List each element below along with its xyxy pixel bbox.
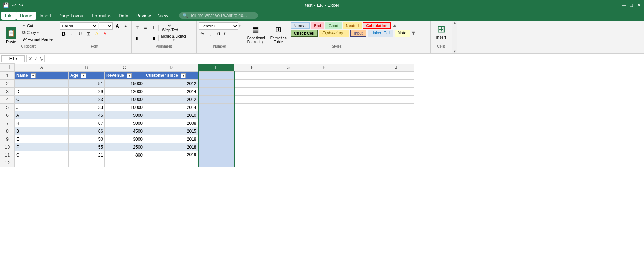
format-table-button[interactable]: ⊞ Format as Table <box>269 22 288 45</box>
align-middle-icon[interactable]: ≡ <box>142 24 149 31</box>
cell-d8[interactable]: 2015 <box>144 127 198 135</box>
cell-h4[interactable] <box>306 96 342 104</box>
col-header-f[interactable]: F <box>234 64 270 72</box>
cell-h2[interactable] <box>306 80 342 88</box>
cell-e5[interactable] <box>198 104 234 111</box>
cell-i4[interactable] <box>342 96 378 104</box>
row-header-9[interactable]: 9 <box>0 135 15 143</box>
menu-item-page-layout[interactable]: Page Layout <box>55 12 88 20</box>
revenue-filter-btn[interactable]: ▾ <box>127 73 132 78</box>
cell-i2[interactable] <box>342 80 378 88</box>
decrease-decimal-icon[interactable]: 0. <box>222 30 230 38</box>
cell-b7[interactable]: 67 <box>69 119 105 127</box>
cell-j1[interactable] <box>378 72 414 80</box>
cell-j8[interactable] <box>378 127 414 135</box>
cell-j6[interactable] <box>378 111 414 119</box>
cell-j2[interactable] <box>378 80 414 88</box>
style-calculation[interactable]: Calculation <box>363 22 391 29</box>
copy-button[interactable]: ⧉ Copy ▾ <box>21 29 55 36</box>
cell-a8[interactable]: B <box>15 127 69 135</box>
cell-b11[interactable]: 21 <box>69 151 105 159</box>
number-format-select[interactable]: General <box>199 22 238 30</box>
formula-function-icon[interactable]: fx <box>40 56 43 62</box>
cell-j12[interactable] <box>378 159 414 167</box>
cell-b5[interactable]: 33 <box>69 104 105 111</box>
row-header-1[interactable]: 1 <box>0 72 15 80</box>
row-header-7[interactable]: 7 <box>0 119 15 127</box>
align-left-icon[interactable]: ◧ <box>134 35 141 42</box>
cell-f1[interactable] <box>234 72 270 80</box>
cell-c10[interactable]: 2500 <box>105 143 144 151</box>
style-good[interactable]: Good <box>325 22 342 29</box>
cell-h8[interactable] <box>306 127 342 135</box>
formula-input[interactable] <box>46 56 643 61</box>
cell-h7[interactable] <box>306 119 342 127</box>
style-input[interactable]: Input <box>350 30 366 37</box>
cell-e3[interactable] <box>198 88 234 96</box>
cell-b4[interactable]: 23 <box>69 96 105 104</box>
cell-a7[interactable]: H <box>15 119 69 127</box>
cell-a12[interactable] <box>15 159 69 167</box>
menu-item-insert[interactable]: Insert <box>36 12 55 20</box>
percent-icon[interactable]: % <box>199 30 206 38</box>
col-header-c[interactable]: C <box>105 64 144 72</box>
cell-h3[interactable] <box>306 88 342 96</box>
cell-a11[interactable]: G <box>15 151 69 159</box>
cell-j7[interactable] <box>378 119 414 127</box>
cell-c7[interactable]: 5000 <box>105 119 144 127</box>
conditional-formatting-button[interactable]: ▤ Conditional Formatting <box>246 22 266 45</box>
cell-e11[interactable] <box>198 151 234 159</box>
cell-b10[interactable]: 55 <box>69 143 105 151</box>
style-linked-cell[interactable]: Linked Cell <box>368 30 393 37</box>
cell-i1[interactable] <box>342 72 378 80</box>
cell-j10[interactable] <box>378 143 414 151</box>
wrap-text-button[interactable]: ↵ Wrap Text <box>160 22 180 33</box>
cell-h11[interactable] <box>306 151 342 159</box>
cell-d10[interactable]: 2018 <box>144 143 198 151</box>
maximize-icon[interactable]: □ <box>630 3 633 8</box>
merge-center-button[interactable]: Merge & Center ▾ <box>160 34 187 43</box>
cell-d12[interactable] <box>144 159 198 167</box>
cell-b6[interactable]: 45 <box>69 111 105 119</box>
font-name-select[interactable]: Calibri <box>60 22 98 30</box>
cell-e4[interactable] <box>198 96 234 104</box>
row-header-11[interactable]: 11 <box>0 151 15 159</box>
cell-f10[interactable] <box>234 143 270 151</box>
cell-h10[interactable] <box>306 143 342 151</box>
row-header-5[interactable]: 5 <box>0 104 15 111</box>
cell-i11[interactable] <box>342 151 378 159</box>
cell-c8[interactable]: 4500 <box>105 127 144 135</box>
font-shrink-icon[interactable]: A <box>122 22 129 30</box>
cell-a5[interactable]: J <box>15 104 69 111</box>
cut-button[interactable]: ✂ Cut <box>21 22 55 29</box>
cell-f8[interactable] <box>234 127 270 135</box>
bold-button[interactable]: B <box>60 30 67 38</box>
row-header-6[interactable]: 6 <box>0 111 15 119</box>
cell-g9[interactable] <box>270 135 306 143</box>
cell-f6[interactable] <box>234 111 270 119</box>
cell-e9[interactable] <box>198 135 234 143</box>
align-center-icon[interactable]: ◫ <box>142 35 149 42</box>
customer-since-filter-btn[interactable]: ▾ <box>181 73 186 78</box>
cell-c9[interactable]: 3000 <box>105 135 144 143</box>
cell-f7[interactable] <box>234 119 270 127</box>
corner-cell[interactable] <box>0 64 15 72</box>
styles-scroll-down[interactable]: ▼ <box>411 30 416 36</box>
cell-f11[interactable] <box>234 151 270 159</box>
cell-h12[interactable] <box>306 159 342 167</box>
cell-j4[interactable] <box>378 96 414 104</box>
cell-e10[interactable] <box>198 143 234 151</box>
cell-e6[interactable] <box>198 111 234 119</box>
redo-icon[interactable]: ↪ <box>19 2 23 8</box>
style-bad[interactable]: Bad <box>311 22 324 29</box>
font-size-select[interactable]: 11 <box>99 22 113 30</box>
cell-c12[interactable] <box>105 159 144 167</box>
row-header-2[interactable]: 2 <box>0 80 15 88</box>
cell-f9[interactable] <box>234 135 270 143</box>
cell-g6[interactable] <box>270 111 306 119</box>
cell-d1[interactable]: Customer since ▾ <box>144 72 198 80</box>
cell-b1[interactable]: Age ▾ <box>69 72 105 80</box>
cell-g11[interactable] <box>270 151 306 159</box>
name-filter-btn[interactable]: ▾ <box>31 73 36 78</box>
ribbon-scroll-up[interactable]: ▲ <box>452 21 457 25</box>
